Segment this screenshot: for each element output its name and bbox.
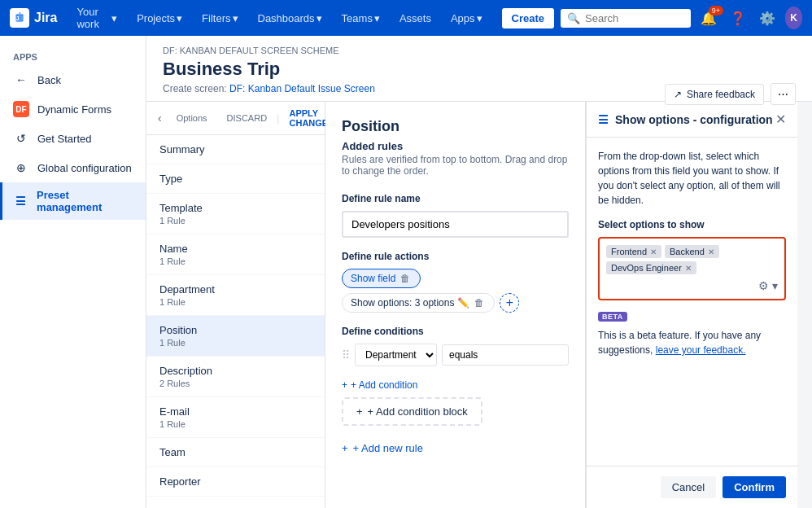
tag-remove-icon[interactable]: ✕ xyxy=(650,247,657,256)
tag-chevron-icon[interactable]: ▾ xyxy=(772,279,778,292)
rule-name-input[interactable] xyxy=(342,211,569,238)
show-options-chip[interactable]: Show options: 3 options ✏️ 🗑 xyxy=(342,293,495,313)
preset-management-icon: ☰ xyxy=(13,193,28,209)
help-button[interactable]: ❓ xyxy=(727,7,749,29)
select-options-box[interactable]: Frontend✕Backend✕DevOps Engineer✕ ⚙ ▾ xyxy=(598,237,786,300)
collapse-button[interactable]: ‹ xyxy=(156,110,164,126)
sidebar-item-get-started[interactable]: ↺ Get Started xyxy=(0,124,146,153)
show-options-delete-icon[interactable]: 🗑 xyxy=(473,297,486,309)
field-items-list: SummaryTypeTemplate1 RuleName1 RuleDepar… xyxy=(146,135,325,508)
add-new-rule-button[interactable]: + + Add new rule xyxy=(342,442,569,454)
rules-subtitle: Rules are verified from top to bottom. D… xyxy=(342,154,569,177)
cancel-button[interactable]: Cancel xyxy=(661,476,716,498)
field-item[interactable]: Description2 Rules xyxy=(146,357,325,397)
drag-handle-icon[interactable]: ⠿ xyxy=(342,348,350,361)
condition-row: ⠿ Department xyxy=(342,344,569,366)
tags-input-row: ⚙ ▾ xyxy=(606,279,778,292)
tag: Backend✕ xyxy=(665,245,719,258)
sidebar-item-back[interactable]: ← Back xyxy=(0,65,146,94)
rule-name-label: Define rule name xyxy=(342,193,569,204)
add-condition-link[interactable]: + + Add condition xyxy=(342,379,569,391)
add-action-button[interactable]: + xyxy=(500,293,519,313)
search-box[interactable]: 🔍 xyxy=(561,9,691,28)
notification-count: 9+ xyxy=(709,6,723,15)
field-item[interactable]: Type xyxy=(146,164,325,194)
rule-actions-label: Define rule actions xyxy=(342,251,569,262)
select-options-label: Select options to show xyxy=(598,219,786,230)
field-list-panel: ‹ Options DISCARD | APPLY CHANGES Summar… xyxy=(146,102,325,508)
tag: DevOps Engineer✕ xyxy=(606,261,696,274)
show-field-chip[interactable]: Show field 🗑 xyxy=(342,269,421,288)
svg-text:J: J xyxy=(15,15,19,22)
config-panel-body: From the drop-down list, select which op… xyxy=(587,138,797,466)
back-icon: ← xyxy=(13,72,29,88)
user-avatar[interactable]: K xyxy=(785,7,802,29)
field-item[interactable]: Department1 Rule xyxy=(146,275,325,316)
more-options-button[interactable]: ⋯ xyxy=(771,83,796,105)
create-screen-link[interactable]: DF: Kanban Default Issue Screen xyxy=(229,83,375,94)
nav-dashboards[interactable]: Dashboards ▾ xyxy=(251,9,329,28)
sidebar: Apps ← Back DF Dynamic Forms ↺ Get Start… xyxy=(0,36,146,508)
condition-operator-input[interactable] xyxy=(442,344,569,366)
field-item[interactable]: Template1 Rule xyxy=(146,194,325,234)
show-field-label: Show field xyxy=(351,273,395,284)
create-button[interactable]: Create xyxy=(502,8,554,28)
top-nav: J Jira Your work ▾ Projects ▾ Filters ▾ … xyxy=(0,0,812,36)
discard-button[interactable]: DISCARD xyxy=(227,113,268,123)
notifications-button[interactable]: 🔔 9+ xyxy=(697,7,720,29)
field-item[interactable]: Position1 Rule xyxy=(146,316,325,357)
panel-toolbar: ‹ Options DISCARD | APPLY CHANGES xyxy=(146,102,325,135)
beta-section: BETA xyxy=(598,312,786,322)
field-item[interactable]: Reporter xyxy=(146,467,325,497)
page-header: DF: KANBAN DEFAULT SCREEN SCHEME Busines… xyxy=(146,36,812,102)
config-footer: Cancel Confirm xyxy=(587,466,797,508)
nav-apps[interactable]: Apps ▾ xyxy=(444,9,489,28)
tags-row: Frontend✕Backend✕DevOps Engineer✕ xyxy=(606,245,778,274)
beta-feedback-link[interactable]: leave your feedback. xyxy=(656,344,746,356)
config-panel: ☰ Show options - configuration ✕ From th… xyxy=(586,102,797,508)
breadcrumb: DF: KANBAN DEFAULT SCREEN SCHEME xyxy=(163,46,796,55)
field-item[interactable]: Name1 Rule xyxy=(146,234,325,275)
show-options-label: Show options: 3 options xyxy=(351,297,454,309)
tag-settings-icon[interactable]: ⚙ xyxy=(758,279,769,292)
logo[interactable]: J Jira xyxy=(10,8,57,28)
config-panel-icon: ☰ xyxy=(598,113,609,126)
nav-your-work[interactable]: Your work ▾ xyxy=(70,2,124,33)
add-condition-icon: + xyxy=(342,379,347,391)
field-item[interactable]: Summary xyxy=(146,135,325,164)
logo-icon: J xyxy=(10,8,29,28)
global-config-icon: ⊕ xyxy=(13,160,29,176)
share-icon: ↗ xyxy=(674,89,682,100)
tag-remove-icon[interactable]: ✕ xyxy=(708,247,714,256)
add-condition-block-button[interactable]: + + Add condition block xyxy=(342,397,482,426)
condition-field-select[interactable]: Department xyxy=(355,344,437,366)
config-description: From the drop-down list, select which op… xyxy=(598,149,786,208)
conditions-section: ⠿ Department xyxy=(342,344,569,366)
dynamic-forms-icon: DF xyxy=(13,101,29,117)
page-title: Business Trip xyxy=(163,59,796,80)
header-actions: ↗ Share feedback ⋯ xyxy=(665,83,796,105)
nav-filters[interactable]: Filters ▾ xyxy=(195,9,244,28)
confirm-button[interactable]: Confirm xyxy=(723,476,786,498)
added-rules-label: Added rules xyxy=(342,140,569,152)
nav-projects[interactable]: Projects ▾ xyxy=(130,9,189,28)
tag-remove-icon[interactable]: ✕ xyxy=(685,264,692,273)
nav-teams[interactable]: Teams ▾ xyxy=(335,9,386,28)
show-options-edit-icon[interactable]: ✏️ xyxy=(457,297,469,309)
sidebar-item-global-config[interactable]: ⊕ Global configuration xyxy=(0,153,146,182)
show-field-delete-icon[interactable]: 🗑 xyxy=(399,273,412,284)
field-item[interactable]: E-mail1 Rule xyxy=(146,397,325,438)
search-input[interactable] xyxy=(585,12,666,24)
conditions-label: Define conditions xyxy=(342,326,569,337)
options-button[interactable]: Options xyxy=(170,111,214,125)
settings-button[interactable]: ⚙️ xyxy=(756,7,779,29)
tag: Frontend✕ xyxy=(606,245,661,258)
search-icon: 🔍 xyxy=(567,12,580,24)
sidebar-item-preset-management[interactable]: ☰ Preset management xyxy=(0,182,146,220)
field-item[interactable]: Team xyxy=(146,438,325,467)
share-feedback-button[interactable]: ↗ Share feedback xyxy=(665,84,764,105)
nav-assets[interactable]: Assets xyxy=(393,9,438,28)
add-rule-icon: + xyxy=(342,442,348,454)
config-close-button[interactable]: ✕ xyxy=(775,112,786,127)
sidebar-item-dynamic-forms[interactable]: DF Dynamic Forms xyxy=(0,94,146,124)
